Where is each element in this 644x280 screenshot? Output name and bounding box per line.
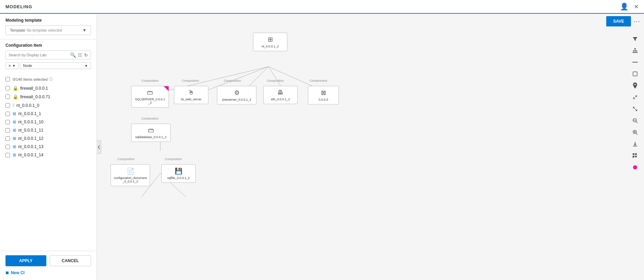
- collapse-handle[interactable]: ❮: [96, 140, 101, 154]
- template-dropdown[interactable]: Template No template selected ▼: [5, 25, 91, 35]
- list-item[interactable]: ⊞ nt_0.0.0.1_1: [5, 110, 91, 118]
- apply-button[interactable]: APPLY: [5, 255, 46, 266]
- item-checkbox-7[interactable]: [5, 145, 10, 149]
- item-checkbox-4[interactable]: [5, 120, 10, 124]
- edge-label-sqlserver: Composition: [141, 79, 159, 82]
- node-sqlfile[interactable]: 💾 sqlfile_0.0.0.1_2: [161, 164, 196, 183]
- modeling-template-section: Modeling template Template No template s…: [0, 14, 96, 39]
- svg-rect-11: [636, 52, 637, 53]
- svg-rect-28: [635, 153, 637, 155]
- svg-rect-9: [633, 52, 634, 53]
- node-root-label: nt_0.0.0.1_2: [262, 45, 279, 48]
- template-value: No template selected: [27, 28, 82, 32]
- item-checkbox-2[interactable]: [5, 103, 10, 108]
- windows-icon: : [13, 103, 14, 108]
- list-item[interactable]:  nt_0.0.0.1_0: [5, 101, 91, 110]
- svg-point-32: [633, 165, 637, 169]
- zoom-out-tool-button[interactable]: [630, 115, 640, 126]
- item-checkbox-0[interactable]: [5, 86, 10, 90]
- table-icon: ⊠: [321, 89, 326, 97]
- download-tool-button[interactable]: [630, 139, 640, 149]
- chevron-down-icon-filter: ▼: [12, 64, 15, 68]
- lock-icon: 🔒: [13, 86, 18, 91]
- item-checkbox-3[interactable]: [5, 112, 10, 116]
- lock-icon: 🔒: [13, 94, 18, 99]
- node-eth-label: eth_0.0.0.1_2: [271, 98, 290, 101]
- list-item[interactable]: ⊞ nt_0.0.0.1_11: [5, 126, 91, 134]
- item-checkbox-8[interactable]: [5, 153, 10, 157]
- edge-label-sqlfile: Composition: [165, 157, 182, 161]
- node-label: Node: [23, 64, 32, 68]
- windows-icon: ⊞: [13, 111, 16, 116]
- item-label-1: firewall_0.0.0.71: [20, 94, 50, 99]
- minus-line-tool-button[interactable]: [630, 57, 640, 67]
- node-j2ee[interactable]: ⚙ j2eeserver_0.0.0.1_2: [217, 86, 256, 104]
- svg-rect-30: [635, 156, 637, 157]
- list-item[interactable]: 🔒 firewall_0.0.0.1: [5, 84, 91, 92]
- canvas-area: SAVE ⋯ ⊞ nt_0.0.0.1_2 Composition Compos…: [97, 14, 644, 280]
- windows-icon: ⊞: [13, 136, 16, 141]
- save-button[interactable]: SAVE: [606, 16, 631, 26]
- web-icon: 🖱: [188, 89, 194, 96]
- help-icon[interactable]: ⓘ: [49, 77, 53, 82]
- circle-tool-button[interactable]: [630, 162, 640, 172]
- node-sqlserver-label: SQLSERVER_0.0.0.1_2: [134, 98, 166, 104]
- list-item[interactable]: ⊞ nt_0.0.0.1_10: [5, 118, 91, 126]
- select-all-checkbox[interactable]: [5, 77, 10, 81]
- map-pin-tool-button[interactable]: [630, 80, 640, 91]
- new-ci-label: New CI: [11, 270, 25, 275]
- node-solutions[interactable]: ⊠ 0.0.0.3: [308, 86, 339, 104]
- list-item[interactable]: ⊞ nt_0.0.0.1_13: [5, 143, 91, 151]
- node-sqlserver[interactable]: 🗃 SQLSERVER_0.0.0.1_2: [131, 86, 169, 108]
- node-config-doc[interactable]: 📄 configuration_document_0_0.0.1_2: [111, 164, 150, 186]
- item-label-4: nt_0.0.0.1_10: [18, 120, 43, 124]
- svg-rect-26: [633, 146, 637, 146]
- close-button[interactable]: ✕: [634, 3, 639, 10]
- edge-label-sqldatabase: Composition: [141, 117, 159, 120]
- item-checkbox-1[interactable]: [5, 94, 10, 99]
- search-input[interactable]: [9, 53, 69, 57]
- filter-tool-button[interactable]: [630, 34, 640, 44]
- node-iis[interactable]: 🖱 iis_web_server: [174, 86, 208, 104]
- new-ci-link[interactable]: ■ New CI: [5, 270, 91, 276]
- graph-svg: [97, 29, 628, 280]
- node-root[interactable]: ⊞ nt_0.0.0.1_2: [253, 33, 287, 51]
- monitor-icon: 🖶: [277, 89, 284, 96]
- list-item[interactable]: 🔒 firewall_0.0.0.71: [5, 92, 91, 101]
- list-item[interactable]: ⊞ nt_0.0.0.1_14: [5, 151, 91, 159]
- svg-rect-31: [633, 157, 633, 158]
- list-item[interactable]: ⊞ nt_0.0.0.1_12: [5, 134, 91, 143]
- item-label-0: firewall_0.0.0.1: [20, 86, 48, 91]
- node-sqldatabase[interactable]: 🗃 sqldatabase_0.0.0.1_2: [131, 124, 171, 142]
- item-checkbox-5[interactable]: [5, 128, 10, 133]
- grid-tool-button[interactable]: [630, 150, 640, 161]
- node-dropdown[interactable]: Node ▼: [20, 62, 91, 69]
- edge-label-iis: Composition: [182, 79, 199, 82]
- list-filter-button[interactable]: ≡ ▼: [5, 62, 19, 69]
- windows-icon: ⊞: [13, 120, 16, 124]
- more-button[interactable]: ⋯: [634, 18, 640, 25]
- svg-rect-17: [632, 62, 638, 63]
- windows-icon: ⊞: [13, 153, 16, 157]
- config-item-title: Configuration Item: [5, 43, 91, 48]
- refresh-icon[interactable]: ↻: [84, 53, 88, 58]
- node-j2ee-label: j2eeserver_0.0.0.1_2: [222, 98, 251, 101]
- item-checkbox-6[interactable]: [5, 136, 10, 141]
- header: MODELING 👤 ✕: [0, 0, 644, 14]
- filter-icon[interactable]: ☷: [78, 53, 82, 58]
- node-eth[interactable]: 🖶 eth_0.0.0.1_2: [263, 86, 298, 104]
- square-tool-button[interactable]: [630, 69, 640, 79]
- action-buttons: APPLY CANCEL: [5, 255, 91, 266]
- cancel-button[interactable]: CANCEL: [50, 255, 91, 266]
- modeling-template-title: Modeling template: [5, 18, 91, 23]
- file-icon: 💾: [175, 167, 182, 175]
- compress-tool-button[interactable]: [630, 92, 640, 102]
- hierarchy-tool-button[interactable]: [630, 45, 640, 56]
- search-icon[interactable]: 🔍: [70, 52, 76, 58]
- user-icon: 👤: [620, 2, 629, 11]
- zoom-in-tool-button[interactable]: [630, 127, 640, 137]
- template-label: Template: [10, 28, 25, 32]
- expand-tool-button[interactable]: [630, 104, 640, 114]
- chevron-down-icon: ▼: [82, 28, 87, 33]
- plus-icon: ■: [5, 270, 9, 276]
